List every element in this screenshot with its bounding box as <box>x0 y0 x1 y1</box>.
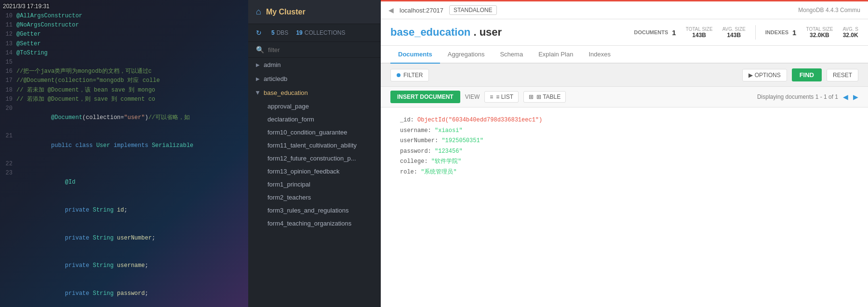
view-list-button[interactable]: ≡ ≡ LIST <box>484 91 519 103</box>
doc-toolbar: INSERT DOCUMENT VIEW ≡ ≡ LIST ⊞ ⊞ TABLE … <box>381 87 868 107</box>
back-arrow-icon[interactable]: ◀ <box>388 6 394 14</box>
prev-page-button[interactable]: ◀ <box>843 93 848 101</box>
collection-item-form2[interactable]: form2_teachers <box>248 191 380 204</box>
filter-input[interactable] <box>268 46 373 53</box>
collection-item-form12[interactable]: form12_future_construction_p... <box>248 152 380 165</box>
collection-item-form3[interactable]: form3_rules_and_regulations <box>248 204 380 217</box>
code-line: 23 @Id <box>0 169 248 197</box>
page-info: Displaying documents 1 - 1 of 1 <box>757 93 838 100</box>
sidebar-item-admin[interactable]: ▶ admin <box>248 58 380 72</box>
top-bar: ◀ localhost:27017 STANDALONE MongoDB 4.4… <box>381 1 868 19</box>
document-content: _id: ObjectId("6034b40edd798d336831eec1"… <box>381 107 868 307</box>
code-line: 15 <box>0 58 248 67</box>
sidebar: ⌂ My Cluster ↻ 5 DBS 19 COLLECTIONS 🔍 ▶ … <box>248 0 381 307</box>
collection-item-form13[interactable]: form13_opinion_feedback <box>248 165 380 178</box>
indexes-label: INDEXES <box>765 29 788 35</box>
tab-documents[interactable]: Documents <box>390 46 440 64</box>
code-line: private String userNumber; <box>0 224 248 252</box>
collection-name-label: form11_talent_cultivation_ability <box>267 142 357 149</box>
list-icon: ≡ <box>490 93 493 100</box>
timestamp: 2021/3/3 17:19:31 <box>3 3 50 10</box>
collection-name-label: form2_teachers <box>267 194 311 201</box>
chevron-down-icon: ▶ <box>255 91 261 95</box>
tab-aggregations[interactable]: Aggregations <box>440 46 493 64</box>
host-label: localhost:27017 <box>400 7 443 14</box>
chevron-right-icon: ▶ <box>256 76 260 81</box>
indexes-avg-stat: AVG. S 32.0K <box>842 27 858 39</box>
code-line: 12 @Getter <box>0 30 248 39</box>
code-line: private String username; <box>0 252 248 280</box>
filter-dot <box>397 73 401 77</box>
avg-size-label: AVG. SIZE <box>722 27 746 32</box>
db-collection-name: base_education . user <box>390 26 502 39</box>
collection-item-declaration-form[interactable]: declaration_form <box>248 113 380 126</box>
documents-count: 1 <box>672 28 676 37</box>
collection-item-form4[interactable]: form4_teaching_organizations <box>248 217 380 230</box>
collection-name-label: form1_principal <box>267 181 310 188</box>
field-id: _id: ObjectId("6034b40edd798d336831eec1"… <box>390 115 858 126</box>
indexes-total-stat: TOTAL SIZE 32.0KB <box>806 27 833 39</box>
indexes-stat-group: INDEXES 1 <box>765 28 797 37</box>
sidebar-header: ⌂ My Cluster <box>248 0 380 24</box>
find-button[interactable]: FIND <box>792 68 822 81</box>
db-name-label: articledb <box>264 75 287 82</box>
indexes-total-label: TOTAL SIZE <box>806 27 833 32</box>
collections-stat: 19 COLLECTIONS <box>296 29 345 36</box>
code-line: 22 <box>0 160 248 169</box>
code-line: 20 @Document(collection="user")//可以省略，如 <box>0 104 248 132</box>
documents-label: DOCUMENTS <box>634 29 668 35</box>
collection-name-label: form4_teaching_organizations <box>267 220 351 227</box>
code-line: 16 //把一个java类声明为mongodb的文档，可以通过c <box>0 67 248 76</box>
tab-schema[interactable]: Schema <box>492 46 531 64</box>
code-line: 19 // 若添加 @Document，则 save 到 comment co <box>0 95 248 104</box>
sidebar-stats: ↻ 5 DBS 19 COLLECTIONS <box>248 24 380 42</box>
field-username: username: "xiaosi" <box>390 126 858 136</box>
sidebar-item-articledb[interactable]: ▶ articledb <box>248 72 380 86</box>
reset-button[interactable]: RESET <box>827 69 858 81</box>
avg-size-stat: AVG. SIZE 143B <box>722 27 746 39</box>
db-name-part: base_education <box>390 26 470 38</box>
field-college: college: "软件学院" <box>390 157 858 167</box>
database-list: ▶ admin ▶ articledb ▶ base_education app… <box>248 58 380 307</box>
db-stats: DOCUMENTS 1 TOTAL SIZE 143B AVG. SIZE 14… <box>634 25 858 40</box>
mode-badge: STANDALONE <box>449 5 496 15</box>
indexes-count: 1 <box>792 28 796 37</box>
field-role: role: "系统管理员" <box>390 167 858 178</box>
code-line: private String id; <box>0 197 248 225</box>
chevron-right-icon: ▶ <box>256 62 260 67</box>
sidebar-item-base-education[interactable]: ▶ base_education <box>248 86 380 100</box>
collection-item-form11[interactable]: form11_talent_cultivation_ability <box>248 139 380 152</box>
tab-explain-plan[interactable]: Explain Plan <box>531 46 581 64</box>
code-content: 10 @AllArgsConstructor 11 @NoArgsConstru… <box>0 10 248 307</box>
field-usernumber: userNumber: "1925050351" <box>390 136 858 147</box>
collection-name-label: approval_page <box>267 103 309 110</box>
collection-name-label: form10_condition_guarantee <box>267 129 347 136</box>
collection-item-approval-page[interactable]: approval_page <box>248 100 380 113</box>
collection-item-form1[interactable]: form1_principal <box>248 178 380 191</box>
code-panel: 2021/3/3 17:19:31 10 @AllArgsConstructor… <box>0 0 248 307</box>
refresh-icon[interactable]: ↻ <box>256 29 262 37</box>
app-root: 2021/3/3 17:19:31 10 @AllArgsConstructor… <box>0 0 868 307</box>
view-table-button[interactable]: ⊞ ⊞ TABLE <box>523 91 566 103</box>
tab-indexes[interactable]: Indexes <box>581 46 618 64</box>
code-line: 11 @NoArgsConstructor <box>0 21 248 30</box>
total-size-stat: TOTAL SIZE 143B <box>686 27 713 39</box>
db-name-label: base_education <box>264 89 308 96</box>
filter-toolbar: FILTER ▶ OPTIONS FIND RESET <box>381 64 868 87</box>
home-icon: ⌂ <box>256 7 261 17</box>
cluster-title[interactable]: My Cluster <box>266 8 306 16</box>
insert-document-button[interactable]: INSERT DOCUMENT <box>390 91 460 103</box>
options-button[interactable]: ▶ OPTIONS <box>742 69 787 81</box>
collection-name-part: user <box>480 26 502 38</box>
code-line: 14 @ToString <box>0 49 248 58</box>
indexes-avg-label: AVG. S <box>842 27 858 32</box>
dbs-stat: 5 DBS <box>271 29 288 36</box>
filter-button[interactable]: FILTER <box>390 69 429 81</box>
db-name-label: admin <box>264 61 280 68</box>
table-icon: ⊞ <box>529 93 534 100</box>
collection-name-label: declaration_form <box>267 116 314 123</box>
collection-item-form10[interactable]: form10_condition_guarantee <box>248 126 380 139</box>
next-page-button[interactable]: ▶ <box>853 93 858 101</box>
collection-name-label: form13_opinion_feedback <box>267 168 340 175</box>
collection-name-label: form3_rules_and_regulations <box>267 207 348 214</box>
